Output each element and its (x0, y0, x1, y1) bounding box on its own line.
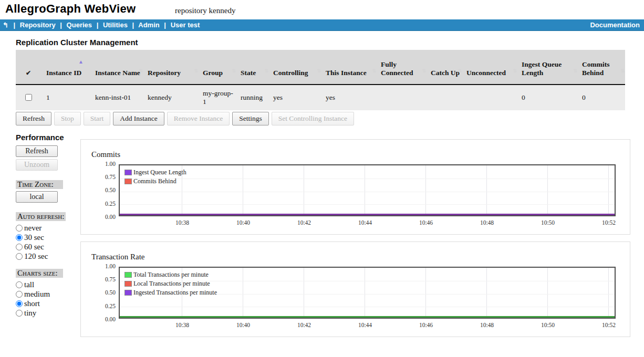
legend-label: Commits Behind (133, 177, 176, 185)
legend-item: Ingested Transactions per minute (124, 289, 217, 297)
column-header-select[interactable]: ✔ (16, 50, 42, 85)
commits-chart-panel: Commits 1.00 0.75 0.50 0.25 0.00 Ingest … (80, 139, 630, 235)
nav-separator: | (132, 21, 134, 29)
page: AllegroGraph WebView repository kennedy … (0, 0, 644, 357)
charts-size-short-radio[interactable] (16, 300, 23, 307)
charts-size-tall-radio[interactable] (16, 281, 23, 288)
y-axis-tick: 1.00 (91, 263, 116, 269)
legend-label: Ingest Queue Length (133, 169, 186, 176)
cell-state: running (236, 85, 269, 110)
timezone-local-button[interactable]: local (16, 191, 58, 203)
cluster-table: ✔ Instance ID ▲ Instance Name ⇅ Reposito… (16, 50, 625, 110)
x-axis-tick: 10:50 (536, 322, 560, 328)
timezone-label: Time Zone: (16, 180, 63, 189)
column-header-instance-id[interactable]: Instance ID ▲ (42, 50, 91, 85)
column-header-unconnected[interactable]: Unconnected ⇅ (462, 50, 517, 85)
back-arrow-icon[interactable]: ↰ (3, 21, 8, 29)
auto-refresh-30sec-radio[interactable] (16, 234, 23, 241)
transaction-rate-plot-area[interactable]: Total Transactions per minute Local Tran… (119, 267, 616, 319)
commits-plot-area[interactable]: Ingest Queue Length Commits Behind (119, 164, 616, 216)
select-all-check-icon: ✔ (26, 69, 31, 77)
radio-label: medium (24, 290, 50, 299)
cell-fully-connected (377, 85, 427, 110)
auto-refresh-never-radio[interactable] (16, 225, 23, 232)
x-axis-tick: 10:38 (170, 219, 194, 226)
nav-item-queries[interactable]: Queries (67, 21, 92, 29)
x-axis-tick: 10:42 (292, 322, 316, 328)
sort-icon: ⇅ (317, 68, 321, 74)
y-axis-tick: 0.25 (91, 303, 116, 309)
cell-unconnected (462, 85, 517, 110)
commits-series-line (120, 214, 615, 215)
gridline (304, 165, 304, 215)
cell-commits-behind: 0 (578, 85, 625, 110)
column-header-controlling[interactable]: Controlling ⇅ (269, 50, 321, 85)
column-header-fully-connected[interactable]: Fully Connected ⇅ (377, 50, 427, 85)
charts-size-option-tall: tall (16, 280, 81, 289)
main-nav: ↰ | Repository | Queries | Utilities | A… (0, 19, 644, 31)
gridline (486, 165, 487, 215)
column-header-instance-name[interactable]: Instance Name ⇅ (91, 50, 143, 85)
unzoom-button: Unzoom (16, 159, 58, 171)
refresh-button[interactable]: Refresh (16, 112, 51, 125)
nav-right: Documentation (590, 19, 640, 30)
gridline (120, 307, 615, 307)
nav-item-documentation[interactable]: Documentation (590, 21, 640, 29)
column-header-ingest-queue-length[interactable]: Ingest Queue Length ⇅ (517, 50, 578, 85)
auto-refresh-60sec-radio[interactable] (16, 244, 23, 250)
gridline (365, 165, 365, 215)
gridline (547, 165, 548, 215)
transaction-rate-chart-panel: Transaction Rate 1.00 0.75 0.50 0.25 0.0… (80, 242, 630, 337)
set-controlling-instance-button: Set Controlling Instance (272, 112, 354, 125)
sort-icon: ⇅ (620, 68, 625, 74)
column-header-state[interactable]: State ⇅ (236, 50, 269, 85)
radio-label: tiny (24, 309, 36, 318)
sort-ascending-icon: ▲ (78, 59, 84, 65)
column-label: State (241, 69, 256, 77)
stop-button: Stop (54, 112, 81, 125)
start-button: Start (84, 112, 111, 125)
column-label: Unconnected (466, 69, 506, 77)
column-header-catch-up[interactable]: Catch Up ⇅ (427, 50, 462, 85)
performance-sidebar: Performance Refresh Unzoom Time Zone: lo… (16, 133, 81, 318)
performance-refresh-button[interactable]: Refresh (16, 145, 58, 157)
nav-item-repository[interactable]: Repository (20, 21, 56, 29)
legend-item: Ingest Queue Length (124, 169, 186, 176)
nav-item-user-test[interactable]: User test (171, 21, 200, 29)
performance-heading: Performance (16, 133, 81, 142)
y-axis-tick: 0.75 (91, 276, 116, 282)
column-header-repository[interactable]: Repository ⇅ (143, 50, 199, 85)
add-instance-button[interactable]: Add Instance (113, 112, 164, 125)
sort-icon: ⇅ (513, 68, 517, 74)
transaction-rate-chart-title: Transaction Rate (91, 253, 145, 261)
auto-refresh-option-30sec: 30 sec (16, 233, 81, 242)
nav-item-utilities[interactable]: Utilities (103, 21, 128, 29)
column-header-this-instance[interactable]: This Instance ⇅ (321, 50, 377, 85)
x-axis-tick: 10:52 (597, 219, 621, 226)
commits-chart-title: Commits (91, 150, 120, 159)
auto-refresh-option-never: never (16, 224, 81, 233)
remove-instance-button: Remove Instance (167, 112, 230, 125)
sort-icon: ⇅ (194, 68, 198, 74)
sort-icon: ⇅ (372, 68, 376, 74)
gridline (608, 165, 609, 215)
settings-button[interactable]: Settings (232, 112, 269, 125)
cell-group: my-group-1 (199, 85, 236, 110)
x-axis-tick: 10:46 (414, 322, 438, 328)
column-header-commits-behind[interactable]: Commits Behind ⇅ (578, 50, 625, 85)
row-select-checkbox[interactable] (25, 94, 32, 101)
legend-label: Total Transactions per minute (133, 271, 209, 279)
charts-size-label: Charts size: (16, 269, 63, 278)
charts-size-medium-radio[interactable] (16, 291, 23, 298)
auto-refresh-label: Auto refresh: (16, 212, 66, 221)
auto-refresh-120sec-radio[interactable] (16, 253, 23, 260)
column-header-group[interactable]: Group ⇅ (199, 50, 236, 85)
radio-label: 60 sec (24, 243, 44, 251)
legend-label: Ingested Transactions per minute (133, 289, 217, 297)
gridline (304, 268, 304, 318)
gridline (120, 204, 615, 205)
y-axis-tick: 1.00 (91, 161, 116, 167)
sort-icon: ⇅ (139, 68, 143, 74)
nav-item-admin[interactable]: Admin (138, 21, 159, 29)
charts-size-tiny-radio[interactable] (16, 310, 23, 317)
